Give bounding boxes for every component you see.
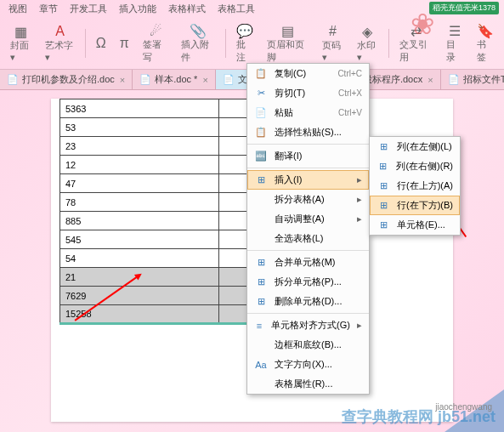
menu-shortcut: Ctrl+C xyxy=(337,69,362,78)
close-icon[interactable]: × xyxy=(120,75,125,85)
menu-icon: 📄 xyxy=(254,107,268,118)
doc-icon: 📄 xyxy=(448,74,460,85)
doc-icon: 📄 xyxy=(139,74,151,85)
menu-icon: ≡ xyxy=(254,321,264,331)
hf-icon: ▤ xyxy=(281,23,294,38)
menu-item[interactable]: 自动调整(A)▸ xyxy=(247,209,369,229)
separator xyxy=(225,29,226,58)
menu-icon: ⊞ xyxy=(254,257,268,268)
menu-icon: 📋 xyxy=(254,68,268,79)
omega-icon: Ω xyxy=(96,36,106,51)
separator xyxy=(388,29,389,58)
doc-tab[interactable]: 📄打印机参数及介绍.doc× xyxy=(0,70,133,89)
menu-icon: ✂ xyxy=(254,88,268,99)
tab-chapter[interactable]: 章节 xyxy=(39,3,58,15)
flower-decoration xyxy=(411,7,453,41)
menu-label: 列(在右侧)(R) xyxy=(396,160,453,173)
cover-button[interactable]: ▦封面▾ xyxy=(7,22,35,65)
menu-icon: ⊞ xyxy=(254,276,268,287)
menu-icon: Aa xyxy=(254,360,268,370)
menu-icon: ⊞ xyxy=(377,219,390,230)
menu-item[interactable]: 全选表格(L) xyxy=(247,229,369,248)
menu-item[interactable]: ≡单元格对齐方式(G)▸ xyxy=(247,315,369,335)
menu-label: 单元格对齐方式(G) xyxy=(271,319,350,332)
chevron-right-icon: ▸ xyxy=(357,174,362,185)
close-icon[interactable]: × xyxy=(202,75,207,85)
menu-item[interactable]: ⊞插入(I)▸ xyxy=(247,170,369,190)
menu-label: 行(在下方)(B) xyxy=(397,199,453,212)
menu-label: 单元格(E)... xyxy=(397,219,453,231)
separator xyxy=(85,29,86,58)
menu-label: 自动调整(A) xyxy=(275,213,350,225)
tab-tablestyle[interactable]: 表格样式 xyxy=(168,3,206,15)
watermark-button[interactable]: ◈水印▾ xyxy=(354,22,382,65)
menu-label: 翻译(I) xyxy=(275,150,362,162)
menu-item[interactable]: 🔤翻译(I) xyxy=(247,146,369,166)
bookmark-button[interactable]: 🔖书签 xyxy=(473,21,497,65)
menu-shortcut: Ctrl+X xyxy=(338,88,362,98)
menu-icon: ⊞ xyxy=(254,296,268,307)
menu-item[interactable]: 边框和底纹(B)... xyxy=(247,335,369,355)
doc-tab[interactable]: 📄招标文件TDZC2016N0108 (1).doc× xyxy=(441,70,504,89)
menu-label: 拆分表格(A) xyxy=(275,193,350,206)
sign-button[interactable]: ☄签署写 xyxy=(139,21,172,65)
doc-tab[interactable]: 📄样本.doc *× xyxy=(133,70,216,89)
omega-button[interactable]: Ω xyxy=(93,34,110,53)
menu-item[interactable]: ⊞单元格(E)... xyxy=(370,215,460,235)
menu-label: 选择性粘贴(S)... xyxy=(275,126,362,139)
chevron-right-icon: ▸ xyxy=(357,213,362,225)
menu-label: 表格属性(R)... xyxy=(275,378,362,390)
menu-item[interactable]: ⊞拆分单元格(P)... xyxy=(247,272,369,292)
close-icon[interactable]: × xyxy=(428,75,433,85)
attach-button[interactable]: 📎插入附件 xyxy=(178,21,218,65)
menu-item[interactable]: Aa文字方向(X)... xyxy=(247,355,369,374)
tab-tabletool[interactable]: 表格工具 xyxy=(218,3,255,15)
header-footer-button[interactable]: ▤页眉和页脚 xyxy=(263,21,312,65)
menu-item[interactable]: ⊞删除单元格(D)... xyxy=(247,292,369,311)
watermark-icon: ◈ xyxy=(362,24,372,39)
menu-label: 删除单元格(D)... xyxy=(275,295,362,308)
menu-icon: ⊞ xyxy=(377,141,390,152)
menu-shortcut: Ctrl+V xyxy=(338,108,362,117)
pagenum-icon: # xyxy=(329,24,337,39)
pagenum-button[interactable]: #页码▾ xyxy=(319,22,347,65)
menu-icon: ⊞ xyxy=(377,180,390,191)
tab-insert[interactable]: 插入功能 xyxy=(119,3,156,15)
menu-item[interactable]: 拆分表格(A)▸ xyxy=(247,190,369,209)
bookmark-icon: 🔖 xyxy=(477,23,494,38)
menu-item[interactable]: ⊞行(在下方)(B) xyxy=(370,196,460,215)
menu-label: 行(在上方)(A) xyxy=(397,179,453,192)
menu-item[interactable]: 表格属性(R)... xyxy=(247,374,369,394)
menu-icon: ⊞ xyxy=(377,161,389,172)
menu-icon: 🔤 xyxy=(254,151,268,162)
menu-item[interactable]: 📋选择性粘贴(S)... xyxy=(247,122,369,142)
art-icon: A xyxy=(55,24,65,39)
cover-icon: ▦ xyxy=(14,24,27,39)
sign-icon: ☄ xyxy=(150,23,161,38)
chevron-right-icon: ▸ xyxy=(357,194,362,205)
menu-label: 边框和底纹(B)... xyxy=(275,338,362,351)
art-button[interactable]: A艺术字▾ xyxy=(42,22,78,65)
menu-item[interactable]: ⊞行(在上方)(A) xyxy=(370,176,460,196)
menu-item[interactable]: ⊞列(在右侧)(R) xyxy=(370,156,460,176)
menu-icon: ⊞ xyxy=(254,174,268,185)
comment-button[interactable]: 💬批注 xyxy=(233,21,257,65)
menu-item[interactable]: 📋复制(C)Ctrl+C xyxy=(247,64,369,83)
comment-icon: 💬 xyxy=(236,23,253,38)
menu-label: 复制(C) xyxy=(275,67,331,80)
insert-submenu: ⊞列(在左侧)(L)⊞列(在右侧)(R)⊞行(在上方)(A)⊞行(在下方)(B)… xyxy=(369,136,461,236)
menu-icon: 📋 xyxy=(254,127,268,138)
menu-item[interactable]: ✂剪切(T)Ctrl+X xyxy=(247,83,369,103)
menu-label: 列(在左侧)(L) xyxy=(397,140,453,153)
chevron-right-icon: ▸ xyxy=(357,320,362,331)
context-menu: 📋复制(C)Ctrl+C✂剪切(T)Ctrl+X📄粘贴Ctrl+V📋选择性粘贴(… xyxy=(246,63,370,395)
doc-icon: 📄 xyxy=(7,74,19,85)
menu-label: 全选表格(L) xyxy=(275,232,362,245)
doc-icon: 📄 xyxy=(223,74,235,85)
tab-view[interactable]: 视图 xyxy=(8,3,27,15)
tab-dev[interactable]: 开发工具 xyxy=(70,3,107,15)
menu-item[interactable]: ⊞列(在左侧)(L) xyxy=(370,137,460,156)
menu-item[interactable]: 📄粘贴Ctrl+V xyxy=(247,103,369,122)
menu-item[interactable]: ⊞合并单元格(M) xyxy=(247,253,369,272)
pi-button[interactable]: π xyxy=(116,34,133,53)
